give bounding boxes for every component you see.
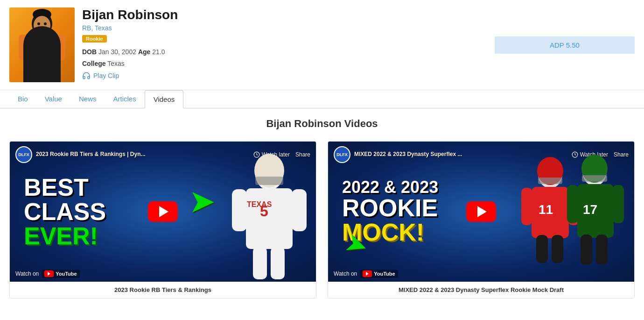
- svg-rect-31: [552, 235, 563, 263]
- player-header: Bijan Robinson RB, Texas Rookie DOB Jan …: [0, 0, 644, 90]
- videos-grid: DLFX 2023 Rookie RB Tiers & Rankings | D…: [9, 141, 635, 299]
- svg-text:11: 11: [539, 202, 553, 217]
- svg-rect-22: [255, 177, 283, 185]
- youtube-icon-1: [44, 270, 54, 277]
- play-button-1[interactable]: [148, 201, 178, 222]
- svg-rect-12: [56, 35, 65, 60]
- player-name: Bijan Robinson: [82, 7, 487, 22]
- player-position: RB, Texas: [82, 24, 487, 32]
- svg-text:TEXAS: TEXAS: [247, 200, 272, 208]
- play-clip-button[interactable]: Play Clip: [82, 71, 487, 80]
- svg-rect-11: [19, 35, 28, 60]
- svg-rect-16: [246, 188, 293, 249]
- video-thumbnail-1[interactable]: DLFX 2023 Rookie RB Tiers & Rankings | D…: [10, 142, 316, 282]
- video-thumbnail-2[interactable]: DLFX MIXED 2022 & 2023 Dynasty Superflex…: [328, 142, 634, 282]
- tab-videos[interactable]: Videos: [145, 90, 184, 108]
- tabs-navigation: Bio Value News Articles Videos: [0, 90, 644, 108]
- page-content: Bijan Robinson Videos DLFX 2023 Rookie R…: [0, 108, 644, 308]
- watch-on-bar-1: Watch on YouTube: [15, 270, 80, 278]
- rookie-badge: Rookie: [82, 35, 107, 43]
- svg-rect-43: [582, 175, 607, 182]
- svg-rect-20: [271, 247, 285, 279]
- svg-rect-34: [538, 178, 562, 184]
- video-card-1: DLFX 2023 Rookie RB Tiers & Rankings | D…: [9, 141, 316, 299]
- tab-bio[interactable]: Bio: [9, 90, 36, 108]
- tab-value[interactable]: Value: [36, 90, 70, 108]
- youtube-logo-2: YouTube: [360, 270, 398, 278]
- tab-articles[interactable]: Articles: [105, 90, 144, 108]
- youtube-icon-2: [363, 270, 372, 277]
- watch-on-bar-2: Watch on YouTube: [334, 270, 398, 278]
- player-silhouette-2: 11 17: [504, 149, 634, 282]
- video-caption-1: 2023 Rookie RB Tiers & Rankings: [10, 282, 316, 298]
- svg-rect-28: [521, 188, 532, 225]
- svg-rect-19: [253, 247, 267, 279]
- svg-rect-39: [581, 235, 592, 265]
- svg-rect-10: [27, 35, 57, 72]
- svg-rect-40: [596, 235, 608, 265]
- youtube-logo-1: YouTube: [42, 270, 79, 278]
- svg-text:17: 17: [583, 202, 597, 217]
- svg-rect-30: [536, 235, 548, 263]
- video-card-2: DLFX MIXED 2022 & 2023 Dynasty Superflex…: [328, 141, 635, 299]
- player-details: DOB Jan 30, 2002 Age 21.0 College Texas: [82, 46, 487, 70]
- player-silhouette-1: 5 TEXAS: [195, 151, 316, 282]
- section-title: Bijan Robinson Videos: [9, 118, 635, 130]
- svg-rect-37: [567, 185, 578, 223]
- svg-point-9: [44, 22, 47, 25]
- player-photo: [9, 7, 75, 82]
- headphone-icon: [82, 71, 91, 80]
- adp-bar: ADP 5.50: [495, 36, 635, 54]
- svg-rect-38: [613, 185, 624, 223]
- svg-rect-17: [232, 189, 247, 231]
- svg-rect-13: [38, 32, 46, 37]
- player-info: Bijan Robinson RB, Texas Rookie DOB Jan …: [82, 7, 487, 80]
- play-button-2[interactable]: [466, 201, 496, 222]
- svg-point-7: [34, 16, 50, 35]
- svg-point-8: [37, 22, 40, 25]
- tab-news[interactable]: News: [70, 90, 105, 108]
- svg-rect-18: [292, 189, 307, 231]
- video-caption-2: MIXED 2022 & 2023 Dynasty Superflex Rook…: [328, 282, 634, 298]
